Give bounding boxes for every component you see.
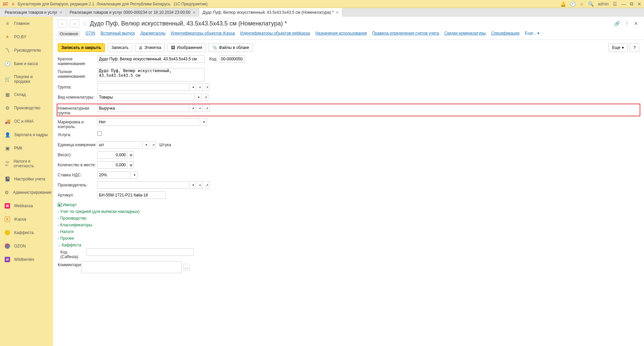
dropdown-icon[interactable]: ▾ (202, 118, 207, 126)
hamburger-icon[interactable]: ≡ (12, 1, 14, 7)
subtab-gtin[interactable]: GTIN (86, 31, 95, 37)
code-input[interactable] (219, 55, 245, 63)
sidebar-item-ozon[interactable]: OZON (0, 239, 53, 253)
history-icon[interactable]: 🕐 (570, 1, 576, 7)
vat-input[interactable] (97, 171, 131, 179)
help-button[interactable]: ? (630, 43, 639, 52)
sidebar-item-assets[interactable]: 🚚ОС и НМА (0, 115, 53, 128)
bell-icon[interactable]: 🔔 (560, 1, 566, 7)
short-name-input[interactable] (97, 55, 205, 63)
section-other[interactable]: ›Прочее (58, 235, 639, 242)
sidebar-item-main[interactable]: ≡Главное (0, 17, 53, 30)
tab-close-icon[interactable]: ✕ (193, 10, 196, 15)
unit-input[interactable] (97, 141, 143, 149)
star-icon[interactable]: ☆ (580, 1, 584, 7)
subtab-metals[interactable]: Драгметаллы (140, 31, 165, 37)
sidebar-item-hr[interactable]: 👤Зарплата и кадры (0, 128, 53, 141)
sidebar-item-settings[interactable]: 📓Настройки учета (0, 172, 53, 186)
sidebar-item-tax[interactable]: АуКтНалоги и отчетность (0, 155, 53, 172)
subtab-discounts[interactable]: Скидки номенклатуры (444, 31, 486, 37)
minimize-icon[interactable]: — (621, 1, 626, 7)
dropdown-icon[interactable]: ▾ (196, 94, 202, 101)
maximize-icon[interactable]: ⧉ (630, 1, 633, 7)
sidebar-label: Налоги и отчетность (13, 159, 48, 168)
sidebar-item-poby[interactable]: ✦PO.BY (0, 30, 53, 44)
favorite-icon[interactable]: ☆ (82, 20, 87, 27)
subtab-webkassa[interactable]: Идентификаторы объектов webkassa (240, 31, 310, 37)
type-input[interactable] (97, 94, 195, 101)
clear-icon[interactable]: × (198, 83, 203, 91)
comment-expand-button[interactable]: … (183, 264, 190, 271)
nom-group-input[interactable] (97, 105, 190, 112)
save-button[interactable]: Записать (108, 43, 132, 52)
dropdown-icon[interactable]: ▾ (191, 181, 196, 189)
open-icon[interactable]: ↗ (203, 94, 208, 101)
subtab-purpose[interactable]: Назначения использования (315, 31, 367, 37)
tab-1[interactable]: Реализация товаров и услуг 0000-000234 о… (66, 8, 199, 17)
sidebar-item-wildberries[interactable]: WWildberries (0, 253, 53, 266)
close-icon[interactable]: ✕ (637, 1, 641, 7)
tab-2[interactable]: Дудо Пуф, Велюр искусственный, 43.5х43.5… (199, 8, 342, 17)
full-name-input[interactable]: Дудо Пуф, Велюр искусственный, 43.5х43.5… (97, 68, 205, 81)
section-production[interactable]: ›Производство (58, 215, 639, 222)
label-button[interactable]: 🖨Этикетка (135, 43, 165, 52)
sidebar-item-admin[interactable]: ⚙Администрирование (0, 186, 53, 199)
open-icon[interactable]: ↗ (204, 83, 210, 91)
marking-input[interactable] (97, 118, 200, 126)
sidebar-item-bank[interactable]: 🕐Банк и касса (0, 57, 53, 70)
spinner-icon[interactable]: ▤ (129, 151, 133, 159)
back-button[interactable]: ← (58, 19, 67, 27)
dropdown-icon[interactable]: ▾ (144, 141, 149, 149)
section-caffesta[interactable]: ⌄Каффеста (58, 242, 639, 248)
open-icon[interactable]: ↗ (204, 105, 210, 112)
close-page-icon[interactable]: ✕ (633, 20, 639, 27)
section-taxes[interactable]: ›Налоги (58, 228, 639, 235)
save-close-button[interactable]: Записать и закрыть (58, 43, 105, 52)
section-avg[interactable]: ›Учет по средней (для выписки накладных) (58, 208, 639, 215)
comment-input[interactable] (81, 261, 182, 273)
qty-input[interactable] (97, 161, 127, 169)
article-input[interactable] (97, 191, 166, 199)
subtab-more[interactable]: Еще... ▾ (525, 31, 540, 37)
clear-icon[interactable]: × (198, 105, 203, 112)
open-icon[interactable]: ↗ (204, 181, 210, 189)
spinner-icon[interactable]: ▤ (129, 161, 133, 169)
forward-button[interactable]: → (70, 19, 79, 27)
sidebar-item-sales[interactable]: 🛒Покупки и продажи (0, 70, 53, 88)
search-icon[interactable]: 🔍 (588, 1, 594, 7)
subtab-accounts[interactable]: Правила определения счетов учета (372, 31, 439, 37)
tab-0[interactable]: Реализация товаров и услуг ✕ (1, 8, 66, 17)
subtab-specs[interactable]: Спецификации (491, 31, 519, 37)
caffesta-code-input[interactable] (87, 248, 194, 256)
subtab-main[interactable]: Основное (58, 31, 80, 37)
open-icon[interactable]: ↗ (151, 141, 156, 149)
link-icon[interactable]: 🔗 (613, 20, 621, 27)
manufacturer-input[interactable] (97, 181, 190, 189)
sidebar-item-production[interactable]: ⚙Производство (0, 101, 53, 115)
more-button[interactable]: Еще ▾ (608, 43, 628, 52)
subtab-ikassa[interactable]: Идентификаторы объектов iKassa (171, 31, 235, 37)
group-input[interactable] (97, 83, 190, 91)
sidebar-item-warehouse[interactable]: ▦Склад (0, 88, 53, 101)
sidebar-item-ikassa[interactable]: KiKassa (0, 213, 53, 226)
kebab-icon[interactable]: ⋮ (623, 20, 631, 27)
subtab-counter[interactable]: Встречный выпуск (101, 31, 135, 37)
tab-close-icon[interactable]: ✕ (59, 10, 62, 15)
clear-icon[interactable]: × (198, 181, 203, 189)
section-classifiers[interactable]: ›Классификаторы (58, 222, 639, 228)
files-button[interactable]: 📎Файлы в облаке (209, 43, 253, 52)
sidebar-item-manager[interactable]: 〽Руководителю (0, 44, 53, 57)
dropdown-icon[interactable]: ▾ (191, 83, 196, 91)
import-link[interactable]: ▶ Импорт (58, 201, 639, 208)
sidebar-item-webkassa[interactable]: WWebkassa (0, 199, 53, 213)
sidebar-item-caffesta[interactable]: Каффеста (0, 226, 53, 239)
service-checkbox[interactable] (97, 131, 102, 136)
sidebar-item-rmk[interactable]: ▣РМК (0, 141, 53, 155)
menu-icon[interactable]: ☰ (613, 1, 617, 7)
user-name[interactable]: admin (598, 2, 609, 6)
weight-input[interactable] (97, 151, 127, 159)
images-button[interactable]: 🖼Изображения (167, 43, 206, 52)
dropdown-icon[interactable]: ▾ (132, 171, 138, 179)
tab-close-icon[interactable]: ✕ (336, 10, 339, 15)
dropdown-icon[interactable]: ▾ (191, 105, 196, 112)
